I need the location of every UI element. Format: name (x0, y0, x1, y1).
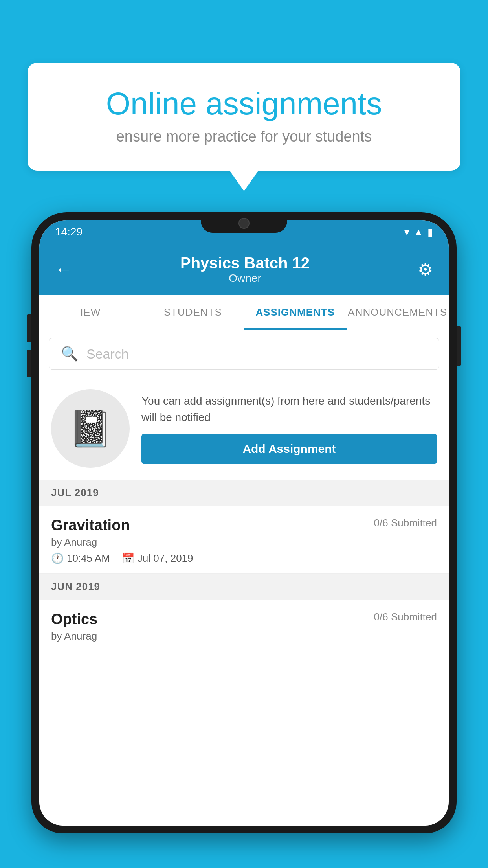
promo-right: You can add assignment(s) from here and … (141, 393, 437, 464)
batch-role: Owner (180, 272, 310, 285)
volume-up-button (27, 314, 31, 342)
assignment-by: by Anurag (51, 536, 437, 548)
assignment-name-optics: Optics (51, 611, 97, 628)
header-center: Physics Batch 12 Owner (180, 254, 310, 285)
assignment-time: 🕐 10:45 AM (51, 552, 110, 565)
tab-assignments[interactable]: ASSIGNMENTS (244, 295, 347, 330)
assignment-name: Gravitation (51, 517, 130, 534)
status-time: 14:29 (55, 226, 83, 238)
speech-bubble: Online assignments ensure more practice … (28, 63, 460, 171)
promo-section: 📓 You can add assignment(s) from here an… (39, 377, 449, 480)
bubble-subtitle: ensure more practice for your students (55, 128, 433, 145)
promo-icon-circle: 📓 (51, 389, 130, 468)
assignment-date: 📅 Jul 07, 2019 (122, 552, 193, 565)
phone-mockup: 14:29 ▾ ▲ ▮ ← Physics Batch 12 Owner ⚙ (31, 212, 457, 868)
search-icon: 🔍 (61, 346, 79, 362)
status-icons: ▾ ▲ ▮ (404, 226, 433, 238)
camera (238, 218, 250, 229)
batch-title: Physics Batch 12 (180, 254, 310, 272)
month-header-jul: JUL 2019 (39, 480, 449, 506)
settings-icon[interactable]: ⚙ (418, 259, 433, 280)
signal-icon: ▲ (413, 226, 424, 238)
tab-announcements[interactable]: ANNOUNCEMENTS (347, 295, 449, 330)
notebook-icon: 📓 (68, 408, 112, 449)
promo-description: You can add assignment(s) from here and … (141, 393, 437, 426)
tab-students[interactable]: STUDENTS (142, 295, 244, 330)
phone-screen: 14:29 ▾ ▲ ▮ ← Physics Batch 12 Owner ⚙ (39, 220, 449, 826)
assignment-status: 0/6 Submitted (374, 517, 437, 529)
add-assignment-button[interactable]: Add Assignment (141, 434, 437, 464)
assignment-meta: 🕐 10:45 AM 📅 Jul 07, 2019 (51, 552, 437, 565)
assignment-status-optics: 0/6 Submitted (374, 611, 437, 623)
volume-down-button (27, 350, 31, 377)
app-header: ← Physics Batch 12 Owner ⚙ (39, 244, 449, 295)
phone-outer: 14:29 ▾ ▲ ▮ ← Physics Batch 12 Owner ⚙ (31, 212, 457, 833)
search-container: 🔍 Search (39, 330, 449, 377)
assignment-item-gravitation[interactable]: Gravitation 0/6 Submitted by Anurag 🕐 10… (39, 506, 449, 574)
assignment-by-optics: by Anurag (51, 630, 437, 642)
month-header-jun: JUN 2019 (39, 574, 449, 600)
clock-icon: 🕐 (51, 552, 64, 565)
wifi-icon: ▾ (404, 226, 409, 238)
back-button[interactable]: ← (55, 259, 72, 279)
tab-iew[interactable]: IEW (39, 295, 142, 330)
calendar-icon: 📅 (122, 552, 134, 565)
assignment-top-row-optics: Optics 0/6 Submitted (51, 611, 437, 628)
power-button (457, 326, 461, 366)
phone-notch (201, 212, 287, 233)
assignment-top-row: Gravitation 0/6 Submitted (51, 517, 437, 534)
assignment-item-optics[interactable]: Optics 0/6 Submitted by Anurag (39, 600, 449, 655)
tabs-bar: IEW STUDENTS ASSIGNMENTS ANNOUNCEMENTS (39, 295, 449, 330)
promo-card: Online assignments ensure more practice … (28, 63, 460, 171)
search-box[interactable]: 🔍 Search (49, 338, 439, 370)
search-input[interactable]: Search (86, 346, 129, 362)
bubble-title: Online assignments (55, 86, 433, 121)
battery-icon: ▮ (427, 226, 433, 238)
